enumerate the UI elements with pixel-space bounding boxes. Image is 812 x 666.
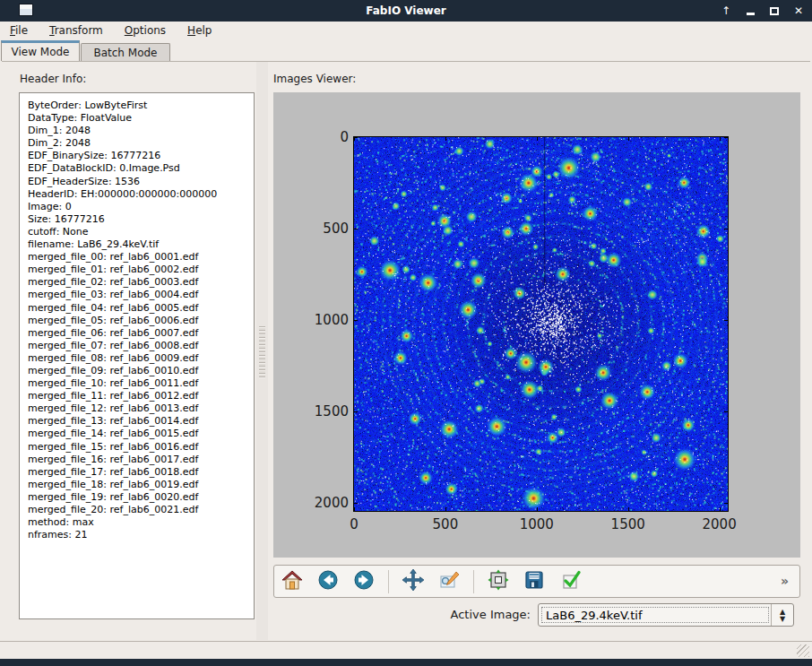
title-bar: FabIO Viewer ↑ ✕ — [0, 0, 812, 22]
y-tick-label: 0 — [273, 129, 349, 145]
menu-help[interactable]: Help — [187, 24, 212, 37]
checkmark-icon — [559, 569, 581, 594]
active-image-combobox[interactable]: LaB6_29.4keV.tif ▲ ▼ — [538, 603, 794, 627]
window-title: FabIO Viewer — [0, 4, 812, 17]
window-controls: ↑ ✕ — [720, 0, 805, 22]
resize-grip-icon[interactable] — [797, 644, 809, 657]
combobox-spinner[interactable]: ▲ ▼ — [771, 604, 793, 626]
plot-toolbar: » — [273, 565, 800, 598]
x-tick-label: 500 — [433, 516, 459, 532]
menu-options[interactable]: Options — [125, 24, 166, 37]
zoom-rect-icon — [438, 569, 460, 594]
configure-subplots-button[interactable] — [487, 570, 510, 593]
minimize-button[interactable] — [744, 4, 756, 17]
forward-button[interactable] — [352, 570, 376, 593]
tab-view-mode[interactable]: View Mode — [1, 40, 80, 61]
pan-button[interactable] — [402, 570, 425, 593]
toolbar-overflow-chevron[interactable]: » — [781, 574, 789, 588]
back-button[interactable] — [316, 570, 340, 593]
active-image-label: Active Image: — [387, 608, 531, 621]
home-button[interactable] — [281, 570, 304, 593]
window-icon[interactable] — [19, 4, 33, 16]
y-tick-label: 500 — [273, 221, 349, 237]
x-tick-label: 0 — [350, 516, 358, 532]
save-button[interactable] — [523, 570, 546, 593]
y-tick-label: 1500 — [273, 403, 349, 419]
forward-arrow-icon — [353, 569, 375, 594]
header-info-label: Header Info: — [20, 73, 86, 85]
menu-transform[interactable]: Transform — [49, 24, 103, 37]
menu-bar: FileTransformOptionsHelp — [0, 22, 812, 39]
close-button[interactable]: ✕ — [792, 4, 805, 17]
status-bar — [0, 641, 812, 659]
window-bottom-border — [0, 659, 812, 666]
menu-file[interactable]: File — [10, 24, 28, 37]
panel-splitter[interactable] — [256, 62, 268, 640]
x-tick-label: 2000 — [703, 516, 737, 532]
save-floppy-icon — [523, 569, 545, 594]
y-tick-label: 1000 — [273, 312, 349, 328]
home-icon — [281, 569, 303, 594]
back-arrow-icon — [317, 569, 339, 594]
tab-batch-mode[interactable]: Batch Mode — [81, 43, 170, 61]
header-info-box[interactable]: ByteOrder: LowByteFirst DataType: FloatV… — [19, 92, 255, 619]
toolbar-separator — [388, 570, 389, 593]
splitter-handle-icon[interactable] — [259, 326, 265, 378]
spin-up-icon[interactable]: ▲ — [780, 609, 785, 615]
images-viewer-label: Images Viewer: — [273, 73, 356, 85]
spin-down-icon[interactable]: ▼ — [780, 616, 785, 622]
maximize-button[interactable] — [768, 4, 781, 17]
x-tick-label: 1500 — [611, 516, 645, 532]
y-tick-label: 2000 — [273, 495, 349, 511]
header-info-text: ByteOrder: LowByteFirst DataType: FloatV… — [28, 99, 254, 541]
active-image-value: LaB6_29.4keV.tif — [546, 609, 643, 622]
pan-arrows-icon — [402, 568, 425, 595]
toolbar-separator — [473, 570, 474, 593]
plot-axes[interactable] — [353, 136, 729, 512]
app-window: FabIO Viewer ↑ ✕ FileTransformOptionsHel… — [0, 0, 812, 666]
shade-button[interactable]: ↑ — [720, 4, 732, 17]
tab-bar: View Mode Batch Mode — [0, 39, 812, 61]
combobox-focus-rect: LaB6_29.4keV.tif — [541, 607, 769, 623]
x-tick-label: 1000 — [520, 516, 554, 532]
zoom-rect-button[interactable] — [437, 570, 461, 593]
diffraction-image[interactable] — [354, 137, 728, 511]
figure-canvas[interactable]: 0500100015002000 0500100015002000 — [273, 92, 800, 558]
configure-subplots-icon — [488, 569, 509, 594]
customize-button[interactable] — [558, 570, 582, 593]
